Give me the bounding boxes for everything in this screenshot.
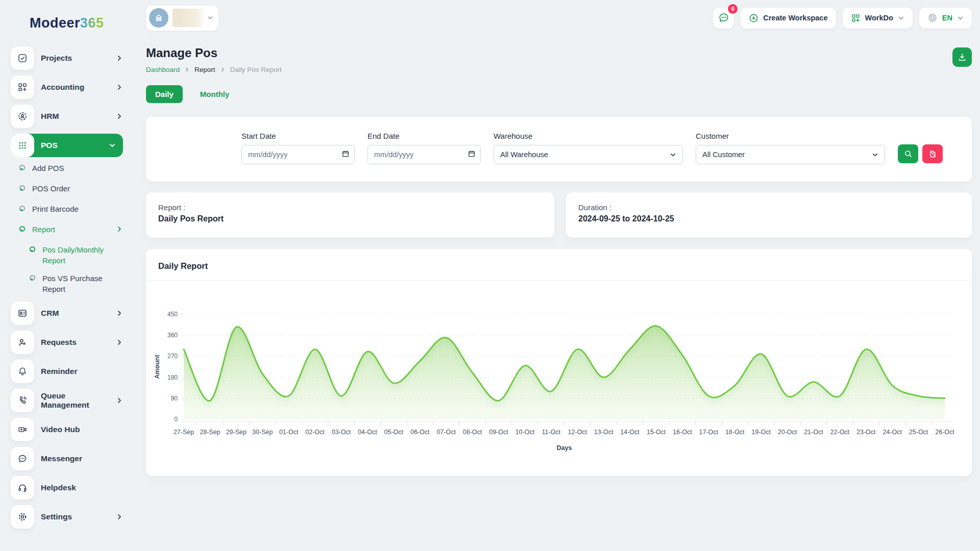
video-camera-icon	[11, 418, 34, 441]
phone-icon	[11, 389, 34, 412]
sidebar-item-reminder[interactable]: Reminder	[11, 360, 123, 383]
sidebar-item-pos[interactable]: POS	[11, 134, 123, 157]
messages-badge: 0	[728, 4, 738, 14]
subitem-label: Pos Daily/Monthly Report	[42, 244, 119, 266]
filter-actions	[898, 132, 943, 182]
sidebar-subitem-report[interactable]: Report	[19, 224, 123, 237]
language-label: EN	[942, 14, 952, 22]
report-label: Report :	[158, 203, 542, 212]
svg-text:Days: Days	[557, 444, 572, 452]
sidebar-item-projects[interactable]: Projects	[11, 46, 123, 70]
sidebar-item-crm[interactable]: CRM	[11, 302, 123, 325]
sidebar-item-messenger[interactable]: Messenger	[11, 447, 123, 470]
search-icon	[904, 149, 913, 158]
sidebar-item-label: Projects	[41, 54, 116, 63]
svg-text:Amount: Amount	[154, 355, 161, 379]
sidebar-item-requests[interactable]: Requests	[11, 331, 123, 354]
globe-icon	[927, 13, 938, 23]
warehouse-select[interactable]: All Warehouse	[494, 145, 683, 164]
filter-panel: Start Date End Date Warehouse All Wareho…	[146, 117, 972, 182]
chart-body: 09018027036045027-Sep28-Sep29-Sep30-Sep0…	[146, 281, 972, 459]
sidebar-item-accounting[interactable]: Accounting	[11, 76, 123, 99]
svg-text:14-Oct: 14-Oct	[620, 429, 640, 436]
svg-text:360: 360	[167, 332, 178, 339]
topbar: 0 Create Workspace WorkDo EN	[146, 5, 972, 31]
sidebar-item-label: Video Hub	[41, 425, 123, 434]
sidebar-subitem-pos-vs-purchase-report[interactable]: Pos VS Purchase Report	[30, 273, 123, 294]
chevron-right-icon	[184, 67, 190, 72]
sidebar-item-settings[interactable]: Settings	[11, 505, 123, 529]
headset-icon	[11, 476, 34, 499]
svg-text:28-Sep: 28-Sep	[200, 429, 220, 436]
chevron-right-icon	[116, 113, 123, 120]
svg-text:20-Oct: 20-Oct	[778, 429, 797, 436]
end-date-input[interactable]	[368, 145, 481, 164]
sidebar: Modeer365 Projects Accounting HRM	[0, 0, 135, 551]
brand-primary: Modeer	[30, 15, 80, 31]
sidebar-item-video-hub[interactable]: Video Hub	[11, 418, 123, 441]
start-date-input[interactable]	[241, 145, 355, 164]
bullet-icon	[30, 246, 35, 252]
sidebar-item-hrm[interactable]: HRM	[11, 105, 123, 128]
svg-text:90: 90	[171, 395, 178, 402]
daily-report-card: Daily Report 09018027036045027-Sep28-Sep…	[146, 249, 972, 476]
chart-title: Daily Report	[146, 249, 972, 281]
tab-daily[interactable]: Daily	[146, 85, 183, 103]
workspace-avatar	[149, 8, 168, 28]
bullet-icon	[19, 226, 25, 232]
search-button[interactable]	[898, 144, 918, 163]
tab-monthly[interactable]: Monthly	[200, 90, 230, 98]
calendar-icon[interactable]	[341, 149, 350, 160]
page-title: Manage Pos	[146, 46, 282, 60]
svg-text:03-Oct: 03-Oct	[332, 429, 351, 436]
sidebar-subitem-print-barcode[interactable]: Print Barcode	[19, 204, 123, 217]
chevron-right-icon	[116, 226, 123, 233]
subitem-label: Pos VS Purchase Report	[42, 273, 119, 294]
workspace-selector[interactable]	[146, 6, 218, 31]
breadcrumb-report-link[interactable]: Report	[194, 66, 215, 73]
duration-summary-card: Duration : 2024-09-25 to 2024-10-25	[566, 192, 972, 238]
reset-filter-button[interactable]	[922, 144, 943, 163]
pos-icon	[11, 134, 34, 157]
end-date-label: End Date	[368, 132, 481, 140]
chevron-right-icon	[116, 310, 123, 317]
svg-text:25-Oct: 25-Oct	[909, 429, 928, 436]
create-workspace-button[interactable]: Create Workspace	[741, 8, 836, 29]
messages-button[interactable]: 0	[713, 8, 734, 29]
download-report-button[interactable]	[952, 47, 972, 67]
workdo-grid-icon	[851, 13, 861, 23]
sidebar-item-label: Requests	[41, 338, 116, 347]
daily-report-chart: 09018027036045027-Sep28-Sep29-Sep30-Sep0…	[146, 286, 972, 457]
sidebar-subitem-pos-daily-monthly-report[interactable]: Pos Daily/Monthly Report	[30, 244, 123, 266]
customer-select[interactable]: All Customer	[696, 145, 885, 164]
sidebar-item-label: Helpdesk	[41, 483, 123, 492]
warehouse-label: Warehouse	[494, 132, 683, 140]
warehouse-selected-value: All Warehouse	[500, 151, 548, 159]
chevron-right-icon	[220, 67, 226, 72]
svg-text:01-Oct: 01-Oct	[279, 429, 299, 436]
workdo-label: WorkDo	[865, 14, 893, 22]
svg-text:29-Sep: 29-Sep	[226, 429, 247, 436]
breadcrumb-dashboard-link[interactable]: Dashboard	[146, 66, 180, 73]
subitem-label: POS Order	[32, 183, 70, 194]
sidebar-subitem-add-pos[interactable]: Add POS	[19, 163, 123, 176]
sidebar-item-label: Accounting	[41, 83, 116, 92]
chevron-right-icon	[116, 55, 123, 62]
end-date-group: End Date	[368, 132, 481, 182]
subitem-label: Report	[32, 224, 55, 235]
chevron-down-icon	[207, 15, 213, 21]
bell-icon	[11, 360, 34, 383]
warehouse-group: Warehouse All Warehouse	[494, 132, 683, 182]
calendar-icon[interactable]	[468, 149, 476, 160]
workdo-menu-button[interactable]: WorkDo	[843, 8, 913, 29]
chat-bubble-icon	[718, 12, 730, 24]
language-selector[interactable]: EN	[919, 8, 972, 29]
svg-text:21-Oct: 21-Oct	[804, 429, 823, 436]
page-header: Manage Pos Dashboard Report Daily Pos Re…	[146, 46, 972, 73]
sidebar-subitem-pos-order[interactable]: POS Order	[19, 183, 123, 196]
sidebar-item-queue-management[interactable]: Queue Management	[11, 389, 123, 412]
sidebar-item-helpdesk[interactable]: Helpdesk	[11, 476, 123, 499]
svg-text:02-Oct: 02-Oct	[305, 429, 325, 436]
chevron-right-icon	[116, 513, 123, 520]
chevron-down-icon	[670, 152, 676, 158]
